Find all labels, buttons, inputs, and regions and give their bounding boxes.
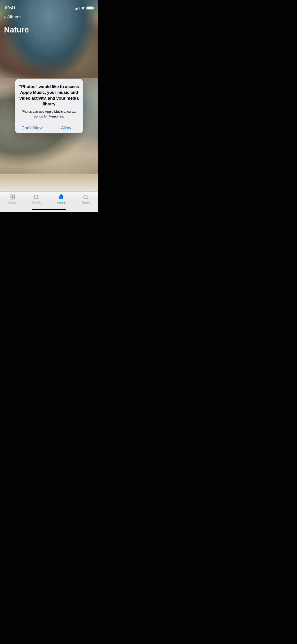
dialog-message: Photos can use Apple Music to curate son…: [19, 109, 79, 118]
permission-dialog: “Photos” would like to access Apple Musi…: [15, 79, 83, 134]
dialog-buttons: Don’t Allow Allow: [15, 123, 83, 133]
allow-button[interactable]: Allow: [49, 123, 83, 133]
dialog-overlay: “Photos” would like to access Apple Musi…: [0, 0, 98, 212]
dialog-title: “Photos” would like to access Apple Musi…: [19, 84, 79, 107]
dont-allow-button[interactable]: Don’t Allow: [15, 123, 49, 133]
dialog-content: “Photos” would like to access Apple Musi…: [15, 79, 83, 123]
